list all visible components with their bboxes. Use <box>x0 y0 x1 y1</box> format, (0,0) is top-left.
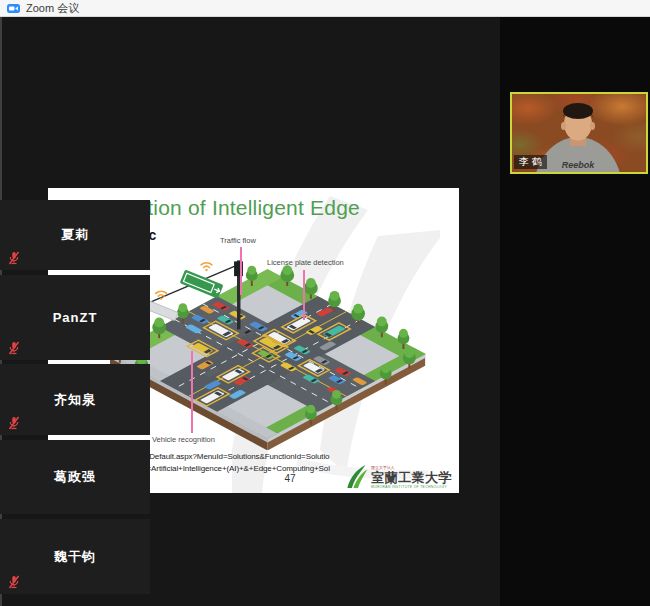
participant-tile-panzt[interactable]: PanZT <box>0 275 150 360</box>
muted-mic-icon <box>8 416 20 430</box>
participant-name-label: 齐知泉 <box>54 391 96 409</box>
zoom-camera-icon <box>7 4 20 13</box>
participant-name-label: PanZT <box>53 310 98 325</box>
label-vehicle-recognition: Vehicle recognition <box>152 435 215 444</box>
logo-university-name: 室蘭工業大学 <box>371 471 452 485</box>
smart-traffic-illustration <box>108 252 433 450</box>
page-number: 47 <box>270 473 310 484</box>
platform-top <box>110 269 426 439</box>
participant-name-label: 魏干钧 <box>54 548 96 566</box>
callout-line-vehicle-recognition <box>191 351 193 433</box>
muted-mic-icon <box>8 341 20 355</box>
participant-tile-weiganjun[interactable]: 魏干钧 <box>0 519 150 594</box>
svg-text:Reebok: Reebok <box>562 160 596 170</box>
participant-name-label: 李鹤 <box>514 155 547 169</box>
window-title: Zoom 会议 <box>26 1 79 16</box>
participant-name-label: 夏莉 <box>61 226 89 244</box>
callout-line-traffic-flow <box>240 247 242 295</box>
leaf-logo-icon <box>345 463 368 490</box>
callout-line-license-plate <box>303 270 305 320</box>
participant-tile-gezhengqiang[interactable]: 葛政强 <box>0 440 150 514</box>
muted-mic-icon <box>8 251 20 265</box>
muted-mic-icon <box>8 575 20 589</box>
participant-video-tile[interactable]: Reebok 李鹤 <box>510 92 648 174</box>
zoom-meeting-window: Zoom 会议 Application of Intelligent Edge … <box>0 0 650 606</box>
university-logo: 国立大学法人 室蘭工業大学 MURORAN INSTITUTE OF TECHN… <box>345 462 459 491</box>
participant-tile-xiali[interactable]: 夏莉 <box>0 200 150 270</box>
participant-name-label: 葛政强 <box>54 468 96 486</box>
participant-tile-qizhiquan[interactable]: 齐知泉 <box>0 364 150 435</box>
logo-corporation-text: 国立大学法人 <box>371 465 395 471</box>
label-license-plate: License plate detection <box>267 258 344 267</box>
logo-institute-text: MURORAN INSTITUTE OF TECHNOLOGY <box>371 485 447 488</box>
label-traffic-flow: Traffic flow <box>220 236 256 245</box>
wifi-icon <box>201 263 212 272</box>
window-titlebar: Zoom 会议 <box>0 0 650 17</box>
